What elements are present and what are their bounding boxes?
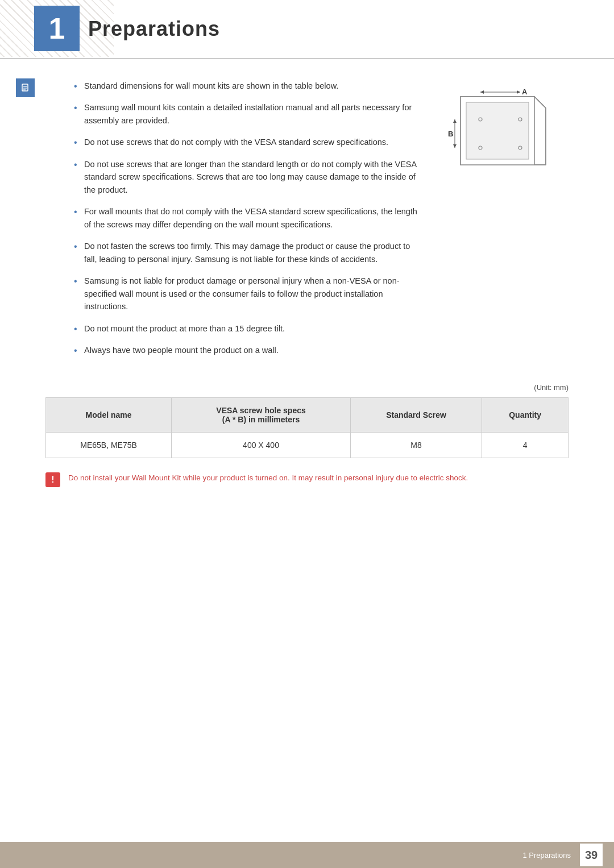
bullet-list: Standard dimensions for wall mount kits … [74,80,421,357]
list-item: Always have two people mount the product… [74,344,421,356]
warning-box: ! Do not install your Wall Mount Kit whi… [45,472,569,487]
list-item: Do not fasten the screws too firmly. Thi… [74,240,421,265]
chapter-number-block: 1 [34,6,80,51]
main-content: Standard dimensions for wall mount kits … [45,80,569,487]
diagram-area: A B [432,80,569,366]
monitor-diagram: A B [438,85,551,176]
content-layout: Standard dimensions for wall mount kits … [45,80,569,366]
cell-model: ME65B, ME75B [46,432,172,458]
footer-chapter-label: 1 Preparations [522,851,571,859]
footer-page-number: 39 [580,844,603,866]
cell-vesa: 400 X 400 [172,432,351,458]
list-item: Samsung is not liable for product damage… [74,275,421,313]
svg-text:B: B [448,130,453,138]
list-item: Standard dimensions for wall mount kits … [74,80,421,92]
bullets-area: Standard dimensions for wall mount kits … [45,80,421,366]
svg-marker-20 [453,144,457,148]
list-item: Do not use screws that are longer than t… [74,158,421,196]
svg-marker-16 [517,90,520,94]
svg-marker-19 [453,119,457,123]
table-row: ME65B, ME75B 400 X 400 M8 4 [46,432,569,458]
cell-qty: 4 [482,432,569,458]
col-vesa: VESA screw hole specs(A * B) in millimet… [172,397,351,432]
warning-text: Do not install your Wall Mount Kit while… [68,472,569,484]
list-item: Do not mount the product at more than a … [74,322,421,335]
table-header-row: Model name VESA screw hole specs(A * B) … [46,397,569,432]
specs-table: Model name VESA screw hole specs(A * B) … [45,397,569,458]
chapter-number: 1 [49,14,65,43]
warning-icon: ! [45,472,60,487]
list-item: Samsung wall mount kits contain a detail… [74,101,421,127]
cell-screw: M8 [350,432,482,458]
page-footer: 1 Preparations 39 [0,842,614,868]
svg-marker-15 [480,90,484,94]
pencil-icon [20,82,31,94]
note-icon-container [16,78,35,97]
svg-rect-6 [466,102,529,159]
page-title: Preparations [88,17,220,41]
page-container: 1 Preparations [0,0,614,868]
warning-exclamation-mark: ! [51,475,54,484]
unit-note: (Unit: mm) [45,383,569,392]
monitor-svg: A B [438,85,551,176]
note-icon-box [16,78,35,97]
col-qty: Quantity [482,397,569,432]
header-divider [0,58,614,59]
list-item: For wall mounts that do not comply with … [74,205,421,231]
list-item: Do not use screws that do not comply wit… [74,136,421,148]
col-screw: Standard Screw [350,397,482,432]
col-model: Model name [46,397,172,432]
svg-text:A: A [522,88,528,96]
